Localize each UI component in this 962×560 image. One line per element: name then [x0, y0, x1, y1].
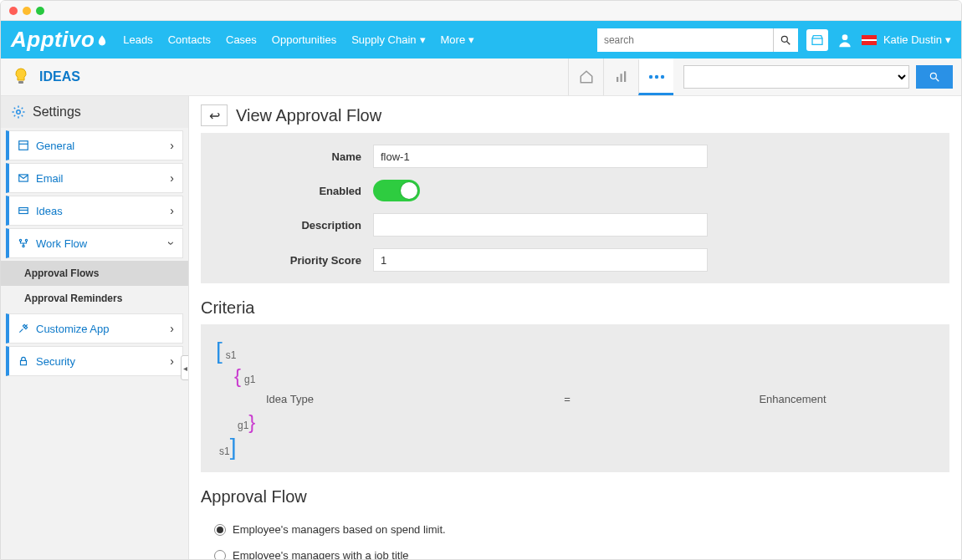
- window-close-dot[interactable]: [9, 7, 18, 15]
- sidebar-item-customize[interactable]: Customize App ›: [6, 313, 183, 344]
- nav-supply-chain[interactable]: Supply Chain▾: [351, 33, 425, 46]
- user-name: Katie Dustin: [883, 33, 942, 46]
- browser-titlebar: [1, 1, 961, 21]
- user-menu[interactable]: Katie Dustin ▾: [862, 33, 951, 46]
- chevron-right-icon: ›: [170, 322, 174, 335]
- criteria-field: Idea Type: [266, 393, 484, 405]
- approval-block: Employee's managers based on spend limit…: [201, 513, 949, 559]
- sidebar-sub-approval-reminders[interactable]: Approval Reminders: [1, 286, 188, 311]
- brace-open-icon: {: [234, 364, 241, 387]
- sidebar-item-label: Work Flow: [36, 237, 87, 250]
- window-max-dot[interactable]: [36, 7, 44, 15]
- ellipsis-icon: [648, 74, 665, 80]
- chart-icon-button[interactable]: [603, 59, 638, 95]
- module-search-select[interactable]: [683, 65, 909, 89]
- sidebar-item-email[interactable]: Email ›: [6, 163, 183, 193]
- sidebar-item-workflow[interactable]: Work Flow ›: [6, 228, 183, 258]
- home-icon: [579, 69, 594, 84]
- svg-point-21: [23, 245, 24, 247]
- svg-point-19: [19, 239, 21, 241]
- description-value: [373, 213, 708, 237]
- svg-rect-5: [617, 77, 618, 82]
- criteria-group-close: g1: [238, 420, 248, 431]
- back-button[interactable]: ↩: [201, 104, 228, 126]
- svg-point-11: [930, 73, 936, 79]
- leaf-icon: [96, 34, 108, 46]
- description-label: Description: [214, 219, 373, 232]
- nav-more[interactable]: More▾: [441, 33, 475, 46]
- store-icon-button[interactable]: [806, 29, 828, 51]
- criteria-group-open: g1: [244, 374, 255, 385]
- module-title: IDEAS: [39, 69, 80, 84]
- flag-icon: [862, 35, 877, 45]
- profile-icon-button[interactable]: [837, 32, 853, 48]
- priority-value: 1: [373, 248, 708, 272]
- sidebar-title: Settings: [33, 104, 81, 120]
- svg-point-20: [25, 239, 27, 241]
- radio-icon: [214, 524, 226, 536]
- name-value: flow-1: [373, 145, 708, 168]
- brace-close-icon: }: [248, 410, 255, 433]
- sidebar-item-security[interactable]: Security ›: [6, 346, 183, 376]
- bracket-open-icon: [: [216, 338, 223, 364]
- svg-point-13: [17, 110, 21, 115]
- global-search-input[interactable]: [597, 28, 773, 52]
- svg-rect-14: [19, 141, 28, 150]
- nav-leads[interactable]: Leads: [123, 33, 152, 46]
- criteria-set-open: s1: [226, 349, 237, 361]
- svg-rect-6: [620, 74, 622, 82]
- sidebar-item-label: General: [36, 140, 74, 152]
- sidebar: Settings General › Email › Ideas › Work …: [1, 96, 189, 559]
- global-search-button[interactable]: [773, 28, 798, 52]
- tools-icon: [18, 323, 29, 334]
- sidebar-item-ideas[interactable]: Ideas ›: [6, 196, 183, 226]
- enabled-label: Enabled: [214, 185, 373, 197]
- top-nav: Apptivo Leads Contacts Cases Opportuniti…: [1, 21, 961, 59]
- approval-title: Approval Flow: [201, 487, 949, 507]
- sidebar-sub-approval-flows[interactable]: Approval Flows: [1, 261, 188, 286]
- nav-cases[interactable]: Cases: [226, 33, 257, 46]
- chevron-right-icon: ›: [170, 354, 174, 368]
- svg-point-9: [654, 74, 658, 78]
- svg-point-0: [782, 36, 788, 42]
- form-block: Name flow-1 Enabled Description Priority…: [201, 133, 949, 283]
- bracket-close-icon: ]: [230, 434, 237, 460]
- chevron-down-icon: ▾: [945, 33, 951, 46]
- sidebar-item-label: Ideas: [36, 205, 63, 217]
- mail-icon: [18, 172, 29, 184]
- more-icon-button[interactable]: [638, 59, 673, 95]
- approval-option-1[interactable]: Employee's managers based on spend limit…: [209, 517, 941, 542]
- module-bar: IDEAS: [1, 59, 961, 96]
- layout-icon: [18, 140, 29, 151]
- home-icon-button[interactable]: [568, 59, 603, 95]
- approval-option-label: Employee's managers with a job title: [233, 549, 409, 559]
- flow-icon: [18, 237, 29, 249]
- svg-rect-22: [21, 360, 27, 364]
- sidebar-item-general[interactable]: General ›: [6, 130, 183, 160]
- module-search-button[interactable]: [916, 65, 953, 89]
- search-icon: [780, 34, 791, 46]
- svg-point-3: [842, 34, 848, 40]
- nav-opportunities[interactable]: Opportunities: [272, 33, 336, 46]
- svg-line-12: [936, 79, 939, 82]
- search-icon: [929, 71, 940, 83]
- global-search: [597, 28, 798, 52]
- approval-option-2[interactable]: Employee's managers with a job title: [209, 542, 941, 559]
- nav-contacts[interactable]: Contacts: [168, 33, 211, 46]
- chevron-down-icon: ›: [166, 242, 179, 246]
- brand-logo[interactable]: Apptivo: [11, 27, 108, 53]
- brand-text: Apptivo: [11, 27, 95, 53]
- svg-point-10: [660, 74, 663, 78]
- ideas-icon: [9, 65, 33, 89]
- enabled-toggle[interactable]: [373, 180, 420, 201]
- priority-label: Priority Score: [214, 254, 373, 267]
- page-title: View Approval Flow: [236, 106, 381, 125]
- chevron-down-icon: ▾: [468, 33, 474, 46]
- sidebar-collapse-handle[interactable]: ◂: [181, 355, 189, 380]
- sidebar-header: Settings: [1, 96, 188, 128]
- approval-option-label: Employee's managers based on spend limit…: [233, 523, 446, 536]
- criteria-block: [s1 {g1 Idea Type = Enhancement g1} s1]: [201, 324, 949, 472]
- window-min-dot[interactable]: [23, 7, 31, 15]
- bar-chart-icon: [614, 69, 629, 84]
- chevron-down-icon: ▾: [420, 33, 426, 46]
